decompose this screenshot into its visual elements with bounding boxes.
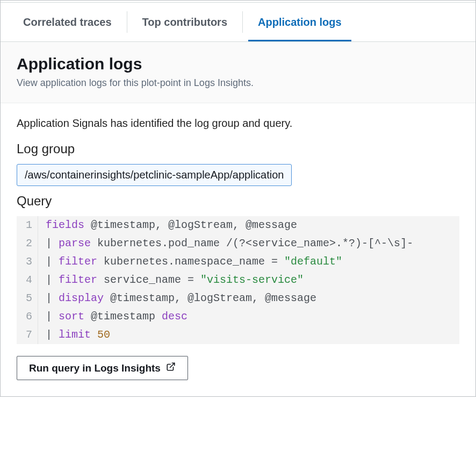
tab-top-contributors[interactable]: Top contributors: [133, 3, 237, 41]
log-group-label: Log group: [17, 141, 459, 156]
run-query-label: Run query in Logs Insights: [29, 362, 161, 374]
tabs: Correlated traces Top contributors Appli…: [1, 3, 475, 41]
code-line: 4| filter service_name = "visits-service…: [17, 271, 459, 289]
code-text: | limit 50: [38, 326, 110, 344]
intro-text: Application Signals has identified the l…: [17, 117, 459, 130]
code-line: 3| filter kubernetes.namespace_name = "d…: [17, 253, 459, 271]
content: Application Signals has identified the l…: [1, 103, 475, 396]
tab-correlated-traces[interactable]: Correlated traces: [13, 3, 121, 41]
code-line: 1fields @timestamp, @logStream, @message: [17, 216, 459, 234]
code-text: | sort @timestamp desc: [38, 308, 187, 326]
page-title: Application logs: [17, 55, 459, 73]
line-number: 6: [17, 308, 38, 326]
page-subtitle: View application logs for this plot-poin…: [17, 77, 459, 89]
line-number: 3: [17, 253, 38, 271]
code-text: fields @timestamp, @logStream, @message: [38, 216, 297, 234]
code-line: 2| parse kubernetes.pod_name /(?<service…: [17, 234, 459, 253]
application-logs-panel: Correlated traces Top contributors Appli…: [0, 0, 476, 397]
code-line: 7| limit 50: [17, 326, 459, 344]
line-number: 4: [17, 271, 38, 289]
query-code-block[interactable]: 1fields @timestamp, @logStream, @message…: [17, 216, 459, 344]
code-line: 5| display @timestamp, @logStream, @mess…: [17, 289, 459, 308]
tab-separator: [242, 11, 243, 33]
external-link-icon: [166, 362, 176, 374]
line-number: 5: [17, 289, 38, 308]
tab-separator: [127, 11, 127, 33]
query-label: Query: [17, 194, 459, 209]
code-text: | display @timestamp, @logStream, @messa…: [38, 289, 316, 308]
code-line: 6| sort @timestamp desc: [17, 308, 459, 326]
line-number: 2: [17, 234, 38, 253]
code-text: | parse kubernetes.pod_name /(?<service_…: [38, 234, 413, 253]
tab-application-logs[interactable]: Application logs: [248, 3, 351, 41]
header: Application logs View application logs f…: [1, 41, 475, 103]
run-query-button[interactable]: Run query in Logs Insights: [17, 356, 188, 380]
line-number: 7: [17, 326, 38, 344]
code-text: | filter kubernetes.namespace_name = "de…: [38, 253, 342, 271]
code-text: | filter service_name = "visits-service": [38, 271, 304, 289]
line-number: 1: [17, 216, 38, 234]
svg-line-0: [170, 363, 174, 367]
log-group-chip[interactable]: /aws/containerinsights/petclinic-sampleA…: [17, 164, 292, 186]
